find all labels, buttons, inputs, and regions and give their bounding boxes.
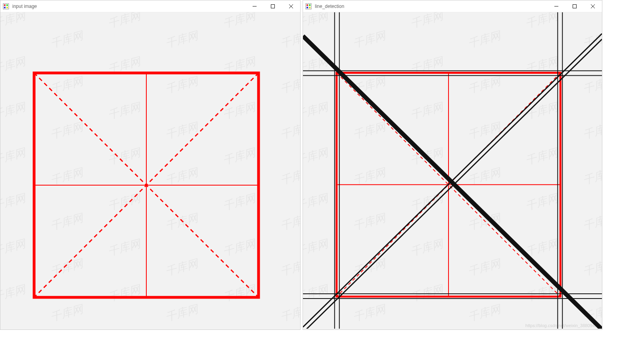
svg-rect-3: [4, 7, 6, 8]
close-icon: [289, 4, 293, 8]
minimize-button[interactable]: [547, 0, 565, 12]
minimize-icon: [253, 4, 257, 8]
svg-rect-2: [6, 4, 8, 6]
svg-rect-20: [573, 5, 577, 8]
app-icon: [305, 3, 312, 10]
input-figure: [0, 12, 300, 329]
titlebar-left[interactable]: input image: [0, 0, 300, 12]
maximize-icon: [271, 4, 275, 8]
minimize-icon: [554, 4, 558, 8]
svg-rect-18: [309, 7, 310, 8]
svg-rect-17: [307, 7, 308, 8]
maximize-icon: [573, 4, 577, 8]
maximize-button[interactable]: [565, 0, 584, 12]
svg-rect-16: [309, 4, 310, 6]
csdn-attribution: https://blog.csdn.net/weixin_38809485: [525, 323, 600, 328]
detection-figure: [303, 12, 602, 329]
svg-line-36: [303, 36, 602, 329]
window-title-left: input image: [12, 4, 245, 9]
svg-rect-6: [271, 5, 275, 8]
content-left: 千库网千库网千库网千库网千库网千库网千库网千库网千库网千库网千库网千库网千库网千…: [0, 12, 300, 329]
window-controls-right: [547, 0, 602, 12]
window-controls-left: [245, 0, 300, 12]
app-icon: [3, 3, 9, 10]
minimize-button[interactable]: [245, 0, 264, 12]
close-button[interactable]: [584, 0, 602, 12]
svg-rect-1: [4, 4, 6, 6]
window-title-right: line_detection: [314, 4, 547, 9]
svg-rect-4: [6, 7, 8, 8]
window-line-detection: line_detection 千库网千库网千库网千库网千库网千库网千库网千库网千…: [303, 0, 602, 330]
content-right: 千库网千库网千库网千库网千库网千库网千库网千库网千库网千库网千库网千库网千库网千…: [303, 12, 602, 329]
close-icon: [591, 4, 595, 8]
svg-rect-15: [307, 4, 308, 6]
window-input-image: input image 千库网千库网千库网千库网千库网千库网千库网千库网千库网千…: [0, 0, 301, 330]
maximize-button[interactable]: [264, 0, 282, 12]
close-button[interactable]: [282, 0, 300, 12]
titlebar-right[interactable]: line_detection: [303, 0, 602, 12]
